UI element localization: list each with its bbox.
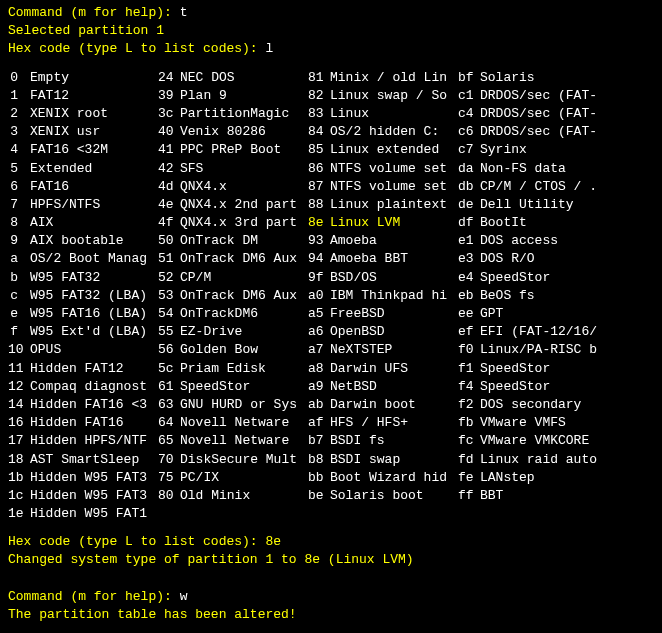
ptype-code: ff bbox=[458, 487, 480, 505]
ptype-code: eb bbox=[458, 287, 480, 305]
ptype-code: bf bbox=[458, 69, 480, 87]
ptype-name: DRDOS/sec (FAT- bbox=[480, 105, 608, 123]
ptype-code: 4f bbox=[158, 214, 180, 232]
ptype-name: SpeedStor bbox=[180, 378, 308, 396]
ptype-name: Non-FS data bbox=[480, 160, 608, 178]
ptype-code: 80 bbox=[158, 487, 180, 505]
ptype-code: f2 bbox=[458, 396, 480, 414]
ptype-code: 1b bbox=[8, 469, 30, 487]
ptype-code: c bbox=[8, 287, 30, 305]
ptype-code: 88 bbox=[308, 196, 330, 214]
user-input: 8e bbox=[265, 534, 281, 549]
ptype-name: Hidden W95 FAT1 bbox=[30, 505, 158, 523]
ptype-name: Amoeba bbox=[330, 232, 458, 250]
ptype-code: a bbox=[8, 250, 30, 268]
ptype-name: BSD/OS bbox=[330, 269, 458, 287]
ptype-code: 81 bbox=[308, 69, 330, 87]
ptype-name: OS/2 Boot Manag bbox=[30, 250, 158, 268]
ptype-name: SFS bbox=[180, 160, 308, 178]
ptype-code: ee bbox=[458, 305, 480, 323]
ptype-code: 2 bbox=[8, 105, 30, 123]
ptype-name: W95 FAT16 (LBA) bbox=[30, 305, 158, 323]
ptype-name: FAT16 <32M bbox=[30, 141, 158, 159]
ptype-code: f0 bbox=[458, 341, 480, 359]
ptype-code: f bbox=[8, 323, 30, 341]
ptype-name: OpenBSD bbox=[330, 323, 458, 341]
ptype-name: W95 FAT32 (LBA) bbox=[30, 287, 158, 305]
ptype-code: 51 bbox=[158, 250, 180, 268]
ptype-code: 53 bbox=[158, 287, 180, 305]
ptype-name: OPUS bbox=[30, 341, 158, 359]
ptype-name: OnTrack DM6 Aux bbox=[180, 287, 308, 305]
ptype-name: Dell Utility bbox=[480, 196, 608, 214]
ptype-code: 55 bbox=[158, 323, 180, 341]
ptype-name: AST SmartSleep bbox=[30, 451, 158, 469]
ptype-code: 64 bbox=[158, 414, 180, 432]
ptype-code: b7 bbox=[308, 432, 330, 450]
ptype-name: DRDOS/sec (FAT- bbox=[480, 123, 608, 141]
ptype-name: NTFS volume set bbox=[330, 178, 458, 196]
ptype-name: VMware VMKCORE bbox=[480, 432, 608, 450]
ptype-name: Linux extended bbox=[330, 141, 458, 159]
ptype-name: Boot Wizard hid bbox=[330, 469, 458, 487]
ptype-name bbox=[480, 505, 608, 523]
user-input: t bbox=[180, 5, 188, 20]
ptype-code: e bbox=[8, 305, 30, 323]
user-input: w bbox=[180, 589, 188, 604]
status-altered: The partition table has been altered! bbox=[8, 606, 654, 624]
ptype-name: SpeedStor bbox=[480, 360, 608, 378]
ptype-name: QNX4.x bbox=[180, 178, 308, 196]
partition-type-table: 0Empty24NEC DOS81Minix / old LinbfSolari… bbox=[8, 69, 654, 524]
ptype-name: NetBSD bbox=[330, 378, 458, 396]
ptype-code: f1 bbox=[458, 360, 480, 378]
ptype-name: Hidden FAT16 <3 bbox=[30, 396, 158, 414]
ptype-code: 65 bbox=[158, 432, 180, 450]
ptype-code: 9 bbox=[8, 232, 30, 250]
ptype-code: b8 bbox=[308, 451, 330, 469]
ptype-name: GNU HURD or Sys bbox=[180, 396, 308, 414]
ptype-name: SpeedStor bbox=[480, 378, 608, 396]
ptype-name: IBM Thinkpad hi bbox=[330, 287, 458, 305]
ptype-code: 94 bbox=[308, 250, 330, 268]
ptype-name: FAT12 bbox=[30, 87, 158, 105]
ptype-code: db bbox=[458, 178, 480, 196]
ptype-name: Novell Netware bbox=[180, 432, 308, 450]
ptype-code: ef bbox=[458, 323, 480, 341]
ptype-code: fb bbox=[458, 414, 480, 432]
ptype-code: bb bbox=[308, 469, 330, 487]
ptype-code: 40 bbox=[158, 123, 180, 141]
ptype-name: PPC PReP Boot bbox=[180, 141, 308, 159]
ptype-code: 85 bbox=[308, 141, 330, 159]
ptype-name: Linux raid auto bbox=[480, 451, 608, 469]
ptype-name: Linux swap / So bbox=[330, 87, 458, 105]
ptype-code: 75 bbox=[158, 469, 180, 487]
status-selected: Selected partition 1 bbox=[8, 22, 654, 40]
ptype-name: XENIX root bbox=[30, 105, 158, 123]
ptype-name: Extended bbox=[30, 160, 158, 178]
ptype-code: 82 bbox=[308, 87, 330, 105]
ptype-name: NEC DOS bbox=[180, 69, 308, 87]
ptype-code: fe bbox=[458, 469, 480, 487]
ptype-name: BootIt bbox=[480, 214, 608, 232]
ptype-code: 86 bbox=[308, 160, 330, 178]
ptype-code: e4 bbox=[458, 269, 480, 287]
ptype-name: BSDI swap bbox=[330, 451, 458, 469]
ptype-name: FreeBSD bbox=[330, 305, 458, 323]
ptype-code: 50 bbox=[158, 232, 180, 250]
ptype-code: be bbox=[308, 487, 330, 505]
ptype-name: EZ-Drive bbox=[180, 323, 308, 341]
ptype-code: e1 bbox=[458, 232, 480, 250]
ptype-name: Linux/PA-RISC b bbox=[480, 341, 608, 359]
ptype-code: 70 bbox=[158, 451, 180, 469]
ptype-name: Darwin UFS bbox=[330, 360, 458, 378]
ptype-code: a9 bbox=[308, 378, 330, 396]
ptype-name bbox=[180, 505, 308, 523]
ptype-name: Venix 80286 bbox=[180, 123, 308, 141]
ptype-name: GPT bbox=[480, 305, 608, 323]
ptype-code: 87 bbox=[308, 178, 330, 196]
ptype-name: Solaris bbox=[480, 69, 608, 87]
ptype-name: FAT16 bbox=[30, 178, 158, 196]
ptype-name: Darwin boot bbox=[330, 396, 458, 414]
ptype-name: VMware VMFS bbox=[480, 414, 608, 432]
ptype-name: HFS / HFS+ bbox=[330, 414, 458, 432]
